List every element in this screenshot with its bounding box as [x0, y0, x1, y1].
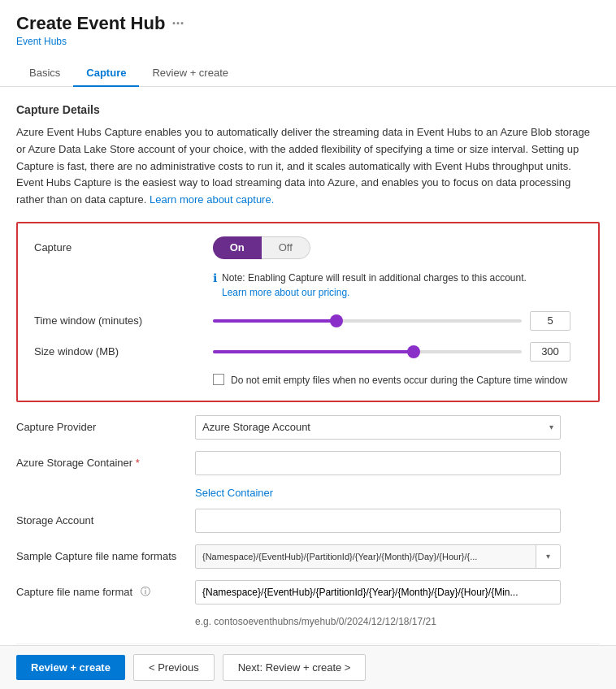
capture-provider-dropdown[interactable]: Azure Storage Account ▾: [195, 415, 561, 440]
storage-account-row: Storage Account: [16, 509, 600, 533]
capture-provider-value: Azure Storage Account: [202, 421, 310, 433]
size-window-value[interactable]: 300: [530, 342, 570, 362]
capture-file-format-label: Capture file name format ⓘ: [16, 585, 195, 599]
empty-files-label: Do not emit empty files when no events o…: [231, 373, 567, 388]
toggle-off-option[interactable]: Off: [262, 236, 311, 259]
tab-basics[interactable]: Basics: [16, 60, 73, 87]
previous-button[interactable]: < Previous: [133, 654, 215, 681]
storage-account-label: Storage Account: [16, 514, 195, 526]
capture-label: Capture: [34, 241, 213, 254]
capture-provider-row: Capture Provider Azure Storage Account ▾: [16, 415, 600, 440]
empty-files-checkbox[interactable]: [213, 374, 224, 385]
storage-account-input[interactable]: [195, 509, 561, 533]
required-marker: *: [136, 457, 140, 469]
page-subtitle: Event Hubs: [16, 36, 600, 47]
sample-format-label: Sample Capture file name formats: [16, 550, 195, 562]
eg-format-text: e.g. contosoeventhubns/myehub/0/2024/12/…: [195, 616, 600, 627]
time-window-track[interactable]: [213, 319, 522, 323]
sample-format-row: Sample Capture file name formats {Namesp…: [16, 544, 600, 569]
size-window-slider-row: 300: [213, 342, 570, 362]
info-icon[interactable]: ⓘ: [141, 585, 150, 599]
capture-format-label-row: Capture file name format ⓘ: [16, 585, 195, 599]
capture-note-row: ℹ Note: Enabling Capture will result in …: [213, 271, 582, 300]
sample-format-dropdown-btn[interactable]: ▾: [536, 544, 561, 569]
review-create-button[interactable]: Review + create: [16, 655, 125, 680]
tab-review-create[interactable]: Review + create: [139, 60, 241, 87]
tab-bar: Basics Capture Review + create: [0, 50, 616, 87]
more-options-icon[interactable]: ···: [171, 15, 184, 32]
capture-settings-box: Capture On Off ℹ Note: Enabling Capture …: [16, 222, 600, 402]
info-icon: ℹ: [213, 271, 217, 284]
page-title: Create Event Hub: [16, 13, 165, 34]
capture-toggle-row: Capture On Off: [34, 236, 582, 259]
size-window-label: Size window (MB): [34, 345, 213, 358]
capture-provider-label: Capture Provider: [16, 421, 195, 433]
description-text: Azure Event Hubs Capture enables you to …: [16, 124, 600, 209]
sample-format-value: {Namespace}/{EventHub}/{PartitionId}/{Ye…: [195, 544, 536, 569]
azure-storage-container-label: Azure Storage Container *: [16, 457, 195, 469]
time-window-value[interactable]: 5: [530, 311, 570, 331]
bottom-bar: Review + create < Previous Next: Review …: [0, 645, 616, 689]
section-title: Capture Details: [16, 103, 600, 116]
toggle-on-option[interactable]: On: [213, 236, 262, 259]
capture-toggle[interactable]: On Off: [213, 236, 310, 259]
time-window-label: Time window (minutes): [34, 314, 213, 327]
capture-file-format-input[interactable]: [195, 580, 561, 604]
learn-more-capture-link[interactable]: Learn more about capture.: [150, 193, 274, 206]
tab-capture[interactable]: Capture: [73, 60, 139, 87]
time-window-slider-row: 5: [213, 311, 570, 331]
time-window-row: Time window (minutes) 5: [34, 311, 582, 331]
size-window-track[interactable]: [213, 350, 522, 353]
select-container-link[interactable]: Select Container: [195, 487, 600, 499]
chevron-down-icon: ▾: [549, 422, 553, 431]
next-button[interactable]: Next: Review + create >: [223, 654, 367, 681]
capture-note-text: Note: Enabling Capture will result in ad…: [222, 271, 527, 300]
size-window-row: Size window (MB) 300: [34, 342, 582, 362]
sample-format-field: {Namespace}/{EventHub}/{PartitionId}/{Ye…: [195, 544, 561, 569]
learn-pricing-link[interactable]: Learn more about our pricing.: [222, 287, 349, 298]
capture-file-format-row: Capture file name format ⓘ: [16, 580, 600, 604]
azure-storage-container-input[interactable]: [195, 451, 561, 475]
empty-files-checkbox-row: Do not emit empty files when no events o…: [213, 373, 582, 388]
chevron-down-icon: ▾: [546, 552, 550, 561]
azure-storage-container-row: Azure Storage Container *: [16, 451, 600, 475]
